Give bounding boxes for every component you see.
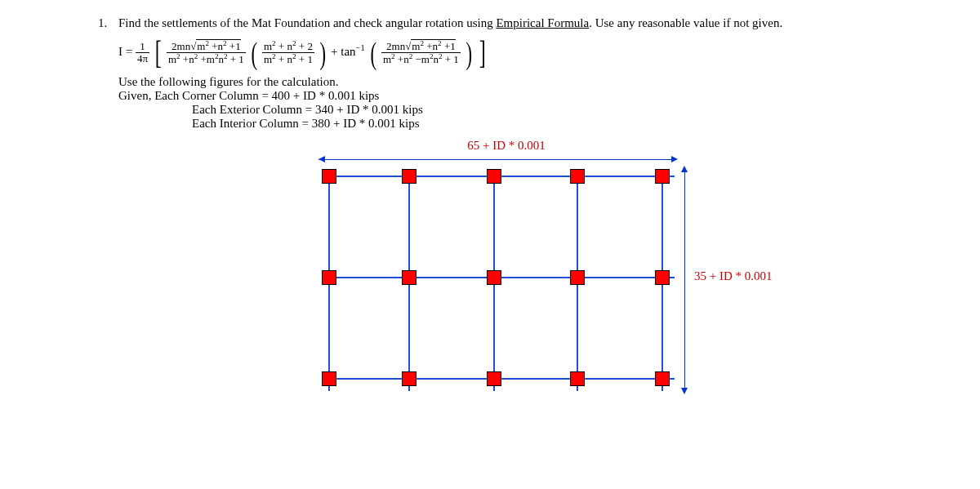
column-grid — [318, 166, 678, 394]
influence-factor-formula: I = 1 4π [ 2mn√m2 +n2 +1 m2 +n2 +m2n2 + … — [118, 33, 931, 72]
column-box — [487, 371, 501, 386]
bracket-open: [ — [154, 33, 161, 72]
column-box — [655, 371, 670, 386]
coef-num: 1 — [136, 41, 149, 53]
column-box — [322, 270, 336, 285]
term1-den: m2 +n2 +m2n2 + 1 — [167, 53, 246, 65]
column-box — [402, 371, 416, 386]
column-box — [655, 169, 670, 184]
right-dimension-label: 35 + ID * 0.001 — [694, 269, 773, 283]
paren-close-2: ) — [466, 35, 472, 71]
prompt-tail: . Use any reasonable value if not given. — [589, 16, 782, 29]
right-dimension-arrow — [679, 166, 691, 394]
column-box — [655, 270, 670, 285]
term3-num: 2mn√m2 +n2 +1 — [381, 40, 461, 53]
given-intro: Use the following figures for the calcul… — [118, 75, 931, 89]
column-box — [402, 169, 416, 184]
given-line3: Each Interior Column = 380 + ID * 0.001 … — [192, 117, 931, 131]
term2-den: m2 + n2 + 1 — [262, 53, 314, 65]
paren-open-2: ( — [370, 35, 376, 71]
term1-num: 2mn√m2 +n2 +1 — [167, 40, 246, 53]
question-prompt: Find the settlements of the Mat Foundati… — [118, 16, 782, 30]
top-dimension-arrow — [318, 154, 678, 166]
coef-den: 4π — [136, 53, 149, 64]
column-box — [322, 169, 336, 184]
column-box — [570, 371, 585, 386]
mat-foundation-diagram: 65 + ID * 0.001 35 + ID * 0.001 — [318, 139, 890, 394]
question-number: 1. — [98, 16, 118, 30]
formula-lhs: I = — [118, 45, 132, 58]
term2-num: m2 + n2 + 2 — [262, 40, 314, 53]
given-line2: Each Exterior Column = 340 + ID * 0.001 … — [192, 103, 931, 117]
column-box — [570, 270, 585, 285]
plus-tan: + tan — [331, 45, 356, 58]
given-block: Use the following figures for the calcul… — [118, 75, 931, 131]
prompt-underlined: Empirical Formula — [496, 16, 589, 29]
paren-open-1: ( — [251, 35, 257, 71]
column-box — [322, 371, 336, 386]
column-box — [487, 169, 501, 184]
column-box — [570, 169, 585, 184]
bracket-close: ] — [479, 33, 486, 72]
tan-exp: −1 — [356, 43, 365, 52]
term3-den: m2 +n2 −m2n2 + 1 — [381, 53, 461, 65]
column-box — [487, 270, 501, 285]
given-line1: Given, Each Corner Column = 400 + ID * 0… — [118, 89, 931, 103]
top-dimension-label: 65 + ID * 0.001 — [327, 139, 686, 153]
paren-close-1: ) — [319, 35, 326, 71]
column-box — [402, 270, 416, 285]
prompt-plain: Find the settlements of the Mat Foundati… — [118, 16, 496, 29]
